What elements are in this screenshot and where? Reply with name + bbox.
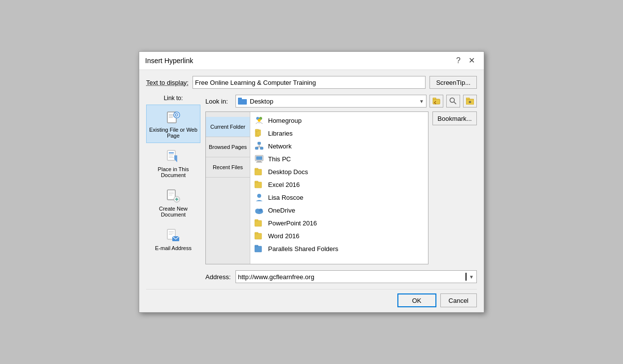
link-to-place-in-document[interactable]: Place in This Document — [146, 144, 200, 182]
svg-rect-56 — [255, 181, 258, 182]
file-item-word-2016[interactable]: Word 2016 — [250, 229, 428, 242]
link-to-existing-file[interactable]: Existing File or Web Page — [146, 105, 200, 143]
screentip-button[interactable]: ScreenTip... — [429, 76, 477, 89]
nav-tab-recent-files[interactable]: Recent Files — [206, 157, 250, 178]
link-to-email[interactable]: E-mail Address — [146, 223, 200, 255]
file-item-network[interactable]: Network — [250, 140, 428, 152]
cancel-button[interactable]: Cancel — [440, 293, 477, 307]
powerpoint-2016-name: PowerPoint 2016 — [268, 219, 317, 227]
svg-rect-43 — [255, 129, 259, 131]
text-display-input[interactable] — [193, 76, 426, 89]
svg-rect-28 — [238, 99, 247, 105]
desktop-docs-icon — [254, 167, 264, 177]
svg-rect-25 — [169, 233, 174, 233]
svg-point-57 — [257, 194, 261, 198]
svg-rect-54 — [255, 168, 258, 170]
create-new-label: Create New Document — [149, 206, 198, 218]
word-2016-icon — [254, 231, 264, 241]
dialog-body: Text to display: ScreenTip... Link to: — [139, 70, 484, 312]
svg-point-32 — [450, 98, 455, 103]
recent-files-label: Recent Files — [213, 164, 243, 170]
svg-rect-26 — [169, 234, 172, 235]
svg-rect-11 — [169, 152, 174, 153]
file-list[interactable]: Homegroup Librarie — [250, 112, 428, 264]
svg-point-60 — [259, 209, 263, 212]
file-item-desktop-docs[interactable]: Desktop Docs — [250, 165, 428, 178]
network-name: Network — [268, 143, 292, 150]
file-item-this-pc[interactable]: This PC — [250, 152, 428, 165]
svg-rect-66 — [255, 245, 258, 247]
excel-2016-name: Excel 2016 — [268, 181, 300, 188]
address-row: Address: ▼ — [205, 270, 477, 283]
current-folder-label: Current Folder — [210, 124, 245, 130]
link-to-label: Link to: — [146, 95, 200, 102]
look-in-value: Desktop — [238, 98, 273, 105]
file-item-parallels[interactable]: Parallels Shared Folders — [250, 242, 428, 255]
place-in-document-label: Place in This Document — [149, 166, 198, 178]
this-pc-name: This PC — [268, 155, 291, 163]
browsed-pages-label: Browsed Pages — [209, 144, 247, 150]
existing-file-icon — [165, 109, 181, 125]
svg-rect-10 — [167, 150, 175, 160]
svg-rect-61 — [255, 220, 262, 226]
svg-rect-35 — [466, 98, 469, 100]
file-browser: Current Folder Browsed Pages Recent File… — [205, 111, 428, 264]
main-area: Link to: — [146, 95, 477, 283]
title-bar: Insert Hyperlink ? ✕ — [139, 52, 484, 70]
right-content: Look in: Desktop ▼ — [205, 95, 477, 283]
file-item-lisa-roscoe[interactable]: Lisa Roscoe — [250, 191, 428, 204]
look-in-back-btn[interactable] — [429, 95, 443, 108]
libraries-name: Libraries — [268, 130, 293, 137]
ok-button[interactable]: OK — [397, 293, 436, 307]
bookmark-button[interactable]: Bookmark... — [432, 111, 477, 125]
svg-rect-65 — [255, 246, 262, 252]
close-button[interactable]: ✕ — [466, 56, 478, 66]
browser-area: Current Folder Browsed Pages Recent File… — [205, 111, 477, 264]
powerpoint-2016-icon — [254, 218, 264, 228]
link-to-create-new[interactable]: Create New Document — [146, 183, 200, 222]
svg-rect-18 — [169, 195, 172, 195]
svg-rect-63 — [255, 233, 262, 239]
dialog-title: Insert Hyperlink — [145, 57, 193, 65]
lisa-roscoe-name: Lisa Roscoe — [268, 194, 304, 201]
svg-point-40 — [258, 119, 261, 122]
desktop-docs-name: Desktop Docs — [268, 168, 308, 176]
svg-rect-64 — [255, 232, 258, 234]
file-item-homegroup[interactable]: Homegroup — [250, 114, 428, 127]
nav-tab-current-folder[interactable]: Current Folder — [206, 117, 250, 137]
address-dropdown-btn[interactable]: ▼ — [467, 271, 476, 283]
svg-rect-16 — [169, 192, 174, 192]
svg-rect-52 — [256, 162, 262, 163]
nav-tabs: Current Folder Browsed Pages Recent File… — [206, 112, 250, 264]
this-pc-icon — [254, 154, 264, 164]
svg-point-5 — [174, 112, 180, 118]
look-in-dropdown[interactable]: Desktop ▼ — [235, 95, 427, 108]
email-label: E-mail Address — [155, 245, 192, 251]
svg-rect-55 — [255, 182, 262, 188]
bottom-buttons: OK Cancel — [146, 289, 477, 307]
file-item-powerpoint-2016[interactable]: PowerPoint 2016 — [250, 217, 428, 229]
file-item-excel-2016[interactable]: Excel 2016 — [250, 178, 428, 191]
address-input[interactable] — [236, 271, 465, 283]
svg-rect-14 — [169, 157, 174, 158]
look-in-text: Desktop — [250, 98, 273, 105]
lisa-roscoe-icon — [254, 192, 264, 202]
network-icon — [254, 141, 264, 151]
title-bar-buttons: ? ✕ — [453, 56, 478, 66]
svg-line-33 — [454, 102, 457, 105]
email-icon — [165, 227, 181, 243]
file-item-onedrive[interactable]: OneDrive — [250, 204, 428, 217]
file-item-libraries[interactable]: Libraries — [250, 127, 428, 140]
word-2016-name: Word 2016 — [268, 232, 299, 240]
parallels-name: Parallels Shared Folders — [268, 245, 338, 253]
svg-rect-62 — [255, 219, 258, 221]
nav-tab-browsed-pages[interactable]: Browsed Pages — [206, 137, 250, 157]
svg-rect-46 — [260, 147, 263, 149]
homegroup-name: Homegroup — [268, 117, 302, 124]
address-label: Address: — [205, 273, 233, 281]
look-in-new-folder-btn[interactable] — [463, 95, 477, 108]
look-in-label: Look in: — [205, 98, 233, 105]
insert-hyperlink-dialog: Insert Hyperlink ? ✕ Text to display: Sc… — [139, 51, 484, 313]
help-button[interactable]: ? — [453, 56, 464, 66]
look-in-search-btn[interactable] — [446, 95, 460, 108]
